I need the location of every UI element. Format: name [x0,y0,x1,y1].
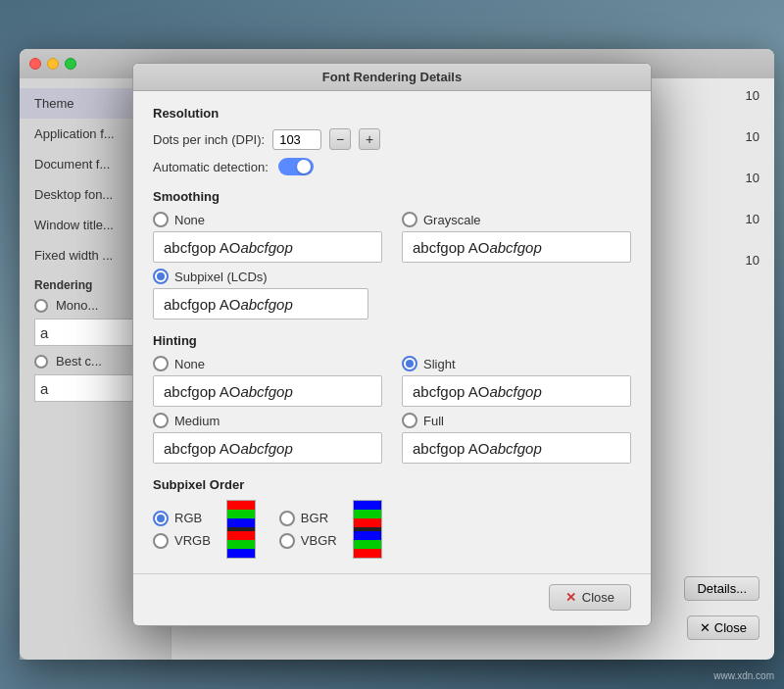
subpixel-vbgr-label: VBGR [301,533,337,548]
rgb-green-stripe [227,510,255,518]
dialog-body: Resolution Dots per inch (DPI): − + Auto… [133,91,651,573]
hinting-none-label: None [174,357,205,371]
smoothing-subpixel-preview: abcfgop AO abcfgop [153,288,368,320]
dialog-title: Font Rendering Details [322,70,462,84]
bgr-blue-stripe [354,501,381,510]
hinting-medium-radio[interactable] [153,413,169,428]
vbgr-green [354,540,381,549]
smoothing-gray-preview: abcfgop AO abcfgop [402,231,631,263]
smoothing-none-preview-normal: abcfgop AO [164,239,240,256]
smoothing-none-preview: abcfgop AO abcfgop [153,231,382,263]
font-rendering-dialog: Font Rendering Details Resolution Dots p… [132,63,652,626]
hinting-full-preview: abcfgop AO abcfgop [402,432,631,464]
watermark: www.xdn.com [713,670,774,681]
subpixel-rgb-label: RGB [174,511,202,525]
autodetect-label: Automatic detection: [153,160,269,174]
hinting-slight-option: Slight abcfgop AO abcfgop [402,356,631,407]
dialog-footer: ✕ Close [133,573,651,625]
rgb-red-stripe [227,501,255,510]
autodetect-toggle[interactable] [278,158,314,175]
hinting-slight-label: Slight [423,357,456,371]
subpixel-bgr-label: BGR [301,511,328,525]
resolution-heading: Resolution [153,106,631,121]
smoothing-gray-option: Grayscale abcfgop AO abcfgop [402,212,631,263]
smoothing-grid: None abcfgop AO abcfgop Grayscale abcfgo… [153,212,631,320]
smoothing-gray-preview-italic: abcfgop [489,239,541,256]
hinting-slight-radio[interactable] [402,356,417,371]
smoothing-row-1: None abcfgop AO abcfgop Grayscale abcfgo… [153,212,631,263]
smoothing-heading: Smoothing [153,189,631,204]
smoothing-gray-label: Grayscale [423,213,481,227]
hinting-grid: None abcfgop AO abcfgop Slight abcfgop A… [153,356,631,464]
dpi-plus-btn[interactable]: + [359,128,380,150]
hinting-medium-label: Medium [174,414,220,428]
vrgb-blue [227,549,255,558]
hinting-none-radio[interactable] [153,356,169,371]
dpi-row: Dots per inch (DPI): − + [153,128,631,150]
rgb-color-box [226,500,256,559]
dpi-input[interactable] [272,129,321,150]
smoothing-none-radio[interactable] [153,212,169,227]
dialog-close-btn[interactable]: ✕ Close [549,584,631,611]
subpixel-rgb-col: RGB VRGB [153,511,211,549]
subpixel-bgr-radio[interactable] [279,511,295,526]
vrgb-red [227,531,255,540]
smoothing-subpixel-normal: abcfgop AO [164,296,240,313]
smoothing-none-option: None abcfgop AO abcfgop [153,212,382,263]
hinting-full-radio[interactable] [402,413,417,428]
hinting-full-option: Full abcfgop AO abcfgop [402,413,631,464]
smoothing-subpixel-radio[interactable] [153,269,169,284]
smoothing-gray-preview-normal: abcfgop AO [413,239,489,256]
smoothing-gray-radio[interactable] [402,212,417,227]
vrgb-green [227,540,255,549]
dpi-minus-btn[interactable]: − [329,128,351,150]
bgr-color-box [353,500,382,559]
dpi-label: Dots per inch (DPI): [153,132,265,147]
hinting-none-preview: abcfgop AO abcfgop [153,375,382,407]
subpixel-bgr-col: BGR VBGR [279,511,337,549]
subpixel-vbgr-radio[interactable] [279,533,295,549]
smoothing-none-label: None [174,213,205,227]
smoothing-subpixel-label: Subpixel (LCDs) [174,270,268,284]
close-x-icon: ✕ [565,590,576,605]
bgr-green-stripe [354,510,381,518]
hinting-heading: Hinting [153,333,631,348]
hinting-row-2: Medium abcfgop AO abcfgop Full abcfgop A… [153,413,631,464]
vbgr-red [354,549,381,558]
close-btn-label: Close [582,590,614,605]
vbgr-blue [354,531,381,540]
toggle-knob [297,160,311,173]
hinting-slight-preview: abcfgop AO abcfgop [402,375,631,407]
hinting-row-1: None abcfgop AO abcfgop Slight abcfgop A… [153,356,631,407]
hinting-full-label: Full [423,414,444,428]
hinting-none-option: None abcfgop AO abcfgop [153,356,382,407]
bgr-red-stripe [354,518,381,527]
subpixel-vrgb-label: VRGB [174,533,211,548]
subpixel-rgb-radio[interactable] [153,511,169,526]
rgb-blue-stripe [227,518,255,527]
smoothing-subpixel-italic: abcfgop [240,296,292,313]
smoothing-row-2: Subpixel (LCDs) abcfgop AO abcfgop [153,269,631,320]
autodetect-row: Automatic detection: [153,158,631,175]
smoothing-none-preview-italic: abcfgop [240,239,292,256]
subpixel-heading: Subpixel Order [153,477,631,492]
hinting-medium-preview: abcfgop AO abcfgop [153,432,382,464]
overlay: Font Rendering Details Resolution Dots p… [0,0,784,689]
subpixel-row: RGB VRGB [153,500,631,559]
subpixel-vrgb-radio[interactable] [153,533,169,549]
smoothing-subpixel-option: Subpixel (LCDs) abcfgop AO abcfgop [153,269,368,320]
dialog-titlebar: Font Rendering Details [133,64,651,91]
hinting-medium-option: Medium abcfgop AO abcfgop [153,413,382,464]
